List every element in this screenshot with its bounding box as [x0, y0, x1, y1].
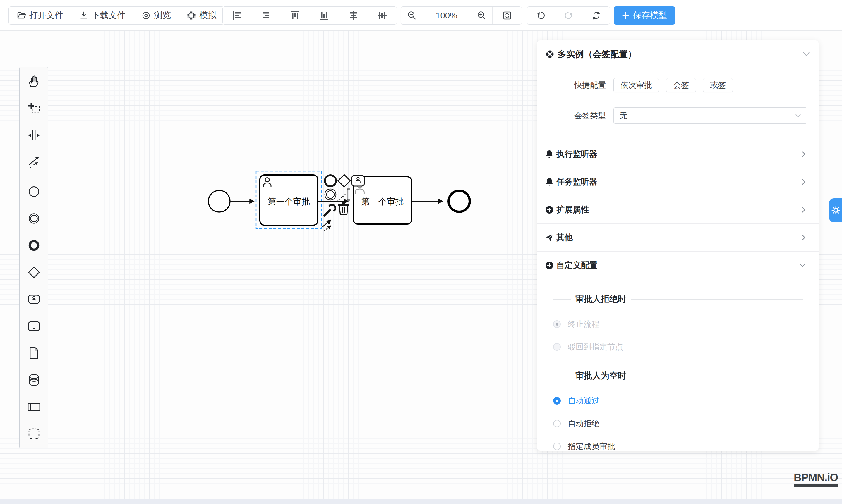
radio-circle[interactable] — [553, 397, 561, 404]
task-label: 第二个审批 — [362, 197, 404, 206]
align-top-icon — [290, 10, 301, 21]
participant-icon — [27, 400, 41, 414]
lasso-tool[interactable] — [19, 95, 48, 122]
section-task-listener[interactable]: 任务监听器 — [537, 168, 819, 196]
reject-title: 审批人拒绝时 — [575, 293, 626, 305]
simulate-button[interactable]: 模拟 — [178, 7, 224, 24]
save-model-button[interactable]: 保存模型 — [614, 6, 675, 24]
data-object-icon — [27, 346, 41, 360]
open-file-button[interactable]: 打开文件 — [9, 7, 71, 24]
quick-config-label: 快捷配置 — [545, 80, 606, 90]
quick-option-countersign[interactable]: 会签 — [666, 78, 696, 92]
redo-button[interactable] — [555, 7, 582, 24]
create-group[interactable] — [19, 420, 48, 447]
radio-circle[interactable] — [553, 320, 561, 328]
create-participant[interactable] — [19, 393, 48, 420]
section-other[interactable]: 其他 — [537, 223, 819, 251]
section-custom-config[interactable]: 自定义配置 — [537, 251, 819, 279]
user-task-icon — [27, 292, 41, 306]
align-center-horizontal-button[interactable] — [368, 7, 397, 24]
gear-icon — [831, 206, 840, 215]
intermediate-event-icon — [27, 212, 41, 225]
section-execution-listener[interactable]: 执行监听器 — [537, 140, 819, 168]
trash-icon[interactable] — [338, 202, 349, 214]
align-left-icon — [232, 10, 243, 21]
section-label: 任务监听器 — [556, 176, 802, 187]
radio-auto-reject[interactable]: 自动拒绝 — [537, 412, 819, 435]
radio-terminate-process[interactable]: 终止流程 — [537, 313, 819, 336]
create-end-event[interactable] — [19, 232, 48, 259]
append-text-annotation-icon[interactable] — [337, 189, 350, 201]
global-connect-tool[interactable] — [19, 149, 48, 176]
align-top-button[interactable] — [281, 7, 310, 24]
align-right-button[interactable] — [252, 7, 281, 24]
chip-icon — [187, 11, 196, 20]
create-user-task[interactable] — [19, 286, 48, 313]
history-toolbar-group — [527, 6, 610, 24]
quick-option-sequential[interactable]: 依次审批 — [613, 78, 659, 92]
zoom-out-button[interactable] — [401, 7, 423, 24]
undo-button[interactable] — [527, 7, 555, 24]
fit-viewport-icon — [502, 11, 512, 20]
append-gateway-icon[interactable] — [338, 175, 350, 187]
radio-label: 驳回到指定节点 — [568, 342, 623, 352]
zoom-out-icon — [407, 11, 417, 20]
download-file-button[interactable]: 下载文件 — [71, 7, 133, 24]
save-model-label: 保存模型 — [633, 10, 667, 21]
append-intermediate-event-icon[interactable] — [325, 189, 336, 200]
refresh-button[interactable] — [582, 7, 610, 24]
properties-panel: 多实例（会签配置） 快捷配置 依次审批 会签 或签 会签类型 无 — [537, 40, 819, 451]
element-palette — [19, 67, 48, 448]
bpmn-editor: 第一个审批 第二个审批 — [0, 0, 842, 504]
fit-viewport-button[interactable] — [492, 7, 522, 24]
empty-title: 审批人为空时 — [575, 370, 626, 382]
panel-toggle-tab[interactable] — [829, 198, 842, 222]
append-end-event-icon[interactable] — [325, 175, 336, 186]
section-label: 扩展属性 — [556, 204, 802, 215]
sign-type-label: 会签类型 — [545, 110, 606, 121]
create-data-store[interactable] — [19, 366, 48, 393]
end-event[interactable] — [449, 191, 470, 212]
zoom-level[interactable]: 100% — [423, 7, 470, 24]
space-tool-icon — [27, 128, 41, 142]
zoom-in-button[interactable] — [470, 7, 492, 24]
plus-circle-icon — [545, 261, 554, 269]
download-file-label: 下载文件 — [92, 10, 126, 21]
align-center-horizontal-icon — [377, 10, 387, 21]
reject-title-divider: 审批人拒绝时 — [537, 293, 819, 305]
start-event[interactable] — [208, 191, 230, 212]
align-left-button[interactable] — [223, 7, 252, 24]
wrench-icon[interactable] — [324, 205, 335, 216]
radio-circle[interactable] — [553, 443, 561, 450]
quick-option-orsign[interactable]: 或签 — [703, 78, 733, 92]
align-toolbar-group — [223, 6, 397, 24]
radio-label: 自动拒绝 — [568, 418, 599, 429]
preview-button[interactable]: 浏览 — [133, 7, 178, 24]
radio-circle[interactable] — [553, 420, 561, 427]
align-bottom-button[interactable] — [310, 7, 339, 24]
create-gateway[interactable] — [19, 259, 48, 286]
hand-tool[interactable] — [19, 68, 48, 95]
align-center-vertical-button[interactable] — [339, 7, 368, 24]
subprocess-icon — [27, 320, 41, 333]
create-intermediate-event[interactable] — [19, 205, 48, 232]
multi-instance-header[interactable]: 多实例（会签配置） — [537, 40, 819, 68]
space-tool[interactable] — [19, 122, 48, 149]
append-task-icon[interactable] — [352, 175, 364, 186]
radio-auto-pass[interactable]: 自动通过 — [537, 389, 819, 412]
sign-type-select[interactable]: 无 — [613, 107, 807, 124]
file-toolbar-group: 打开文件 下载文件 浏览 模拟 — [8, 6, 224, 24]
section-label: 自定义配置 — [556, 260, 799, 271]
create-data-object[interactable] — [19, 340, 48, 366]
create-start-event[interactable] — [19, 178, 48, 205]
radio-circle[interactable] — [553, 343, 561, 351]
connect-tool-icon[interactable] — [322, 220, 331, 231]
radio-return-to-node[interactable]: 驳回到指定节点 — [537, 336, 819, 358]
create-subprocess[interactable] — [19, 313, 48, 340]
section-extended-attributes[interactable]: 扩展属性 — [537, 196, 819, 223]
section-label: 执行监听器 — [556, 149, 802, 160]
paper-plane-icon — [545, 233, 554, 241]
task-label: 第一个审批 — [268, 197, 310, 206]
user-task-1[interactable]: 第一个审批 — [260, 175, 318, 225]
radio-assign-member[interactable]: 指定成员审批 — [537, 435, 819, 451]
